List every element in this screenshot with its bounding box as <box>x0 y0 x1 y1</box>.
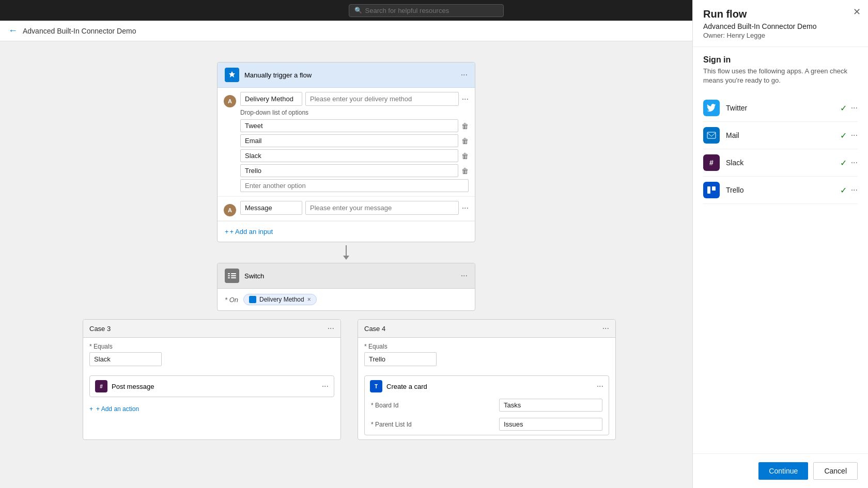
chip-label: Delivery Method <box>259 296 304 303</box>
delivery-method-menu-button[interactable]: ··· <box>462 95 469 104</box>
trello-board-id-label: * Board Id <box>371 402 398 409</box>
option-row-email: 🗑 <box>240 134 469 147</box>
message-value-field[interactable] <box>305 201 459 215</box>
panel-header: Run flow Advanced Built-In Connector Dem… <box>693 0 868 47</box>
slack-app-menu-button[interactable]: ··· <box>851 158 858 167</box>
option-row-slack: 🗑 <box>240 149 469 162</box>
option-new-input[interactable] <box>240 179 469 192</box>
trello-board-id-row: * Board Id <box>365 397 609 416</box>
svg-rect-7 <box>707 186 710 194</box>
trigger-menu-button[interactable]: ··· <box>461 70 468 80</box>
mail-app-row: Mail ✓ ··· <box>703 122 858 149</box>
case-4-equals-input[interactable] <box>364 352 437 366</box>
cancel-button[interactable]: Cancel <box>813 462 858 480</box>
switch-on-label: * On <box>225 296 238 304</box>
option-trello-delete[interactable]: 🗑 <box>461 167 469 175</box>
cases-row: Case 3 ··· * Equals # Post message ··· +… <box>83 319 610 440</box>
panel-subtitle: Advanced Built-In Connector Demo <box>703 22 858 30</box>
add-input-button[interactable]: + + Add an input <box>218 221 475 242</box>
option-row-trello: 🗑 <box>240 164 469 177</box>
trello-app-name: Trello <box>726 186 840 194</box>
chip-close-button[interactable]: × <box>307 296 311 303</box>
trigger-card-header: Manually trigger a flow ··· <box>218 62 475 88</box>
panel-footer: Continue Cancel <box>693 453 868 488</box>
case-3-card: Case 3 ··· * Equals # Post message ··· +… <box>83 319 341 440</box>
search-input[interactable] <box>365 7 498 14</box>
svg-rect-3 <box>231 273 236 274</box>
trigger-card: Manually trigger a flow ··· A ··· Drop-d… <box>217 62 475 242</box>
message-label-field[interactable] <box>240 201 302 215</box>
delivery-method-row: A ··· Drop-down list of options 🗑 <box>218 88 475 197</box>
case-3-header: Case 3 ··· <box>83 320 340 338</box>
sign-in-title: Sign in <box>703 55 858 65</box>
panel-owner: Owner: Henry Legge <box>703 32 858 39</box>
trello-app-menu-button[interactable]: ··· <box>851 185 858 195</box>
case-3-equals-input[interactable] <box>89 352 162 366</box>
slack-action-icon: # <box>95 380 107 392</box>
message-row: A ··· <box>218 197 475 221</box>
switch-body: * On Delivery Method × <box>218 289 475 310</box>
option-tweet-delete[interactable]: 🗑 <box>461 122 469 130</box>
continue-button[interactable]: Continue <box>758 462 808 480</box>
trello-parent-list-row: * Parent List Id <box>365 416 609 435</box>
search-bar[interactable]: 🔍 <box>349 4 504 17</box>
trello-app-row: Trello ✓ ··· <box>703 177 858 204</box>
case-4-action-menu-button[interactable]: ··· <box>597 382 603 391</box>
delivery-method-value-field[interactable] <box>305 92 459 106</box>
mail-check-icon: ✓ <box>840 131 847 140</box>
canvas: Manually trigger a flow ··· A ··· Drop-d… <box>0 41 692 488</box>
switch-icon <box>225 269 239 283</box>
case-4-action-card: T Create a card ··· * Board Id * Parent … <box>364 375 609 435</box>
trigger-title: Manually trigger a flow <box>244 71 312 79</box>
trigger-icon <box>225 68 239 82</box>
case-3-action-header: # Post message ··· <box>90 376 334 397</box>
case-4-body: * Equals <box>358 338 615 371</box>
case-4-action-header: T Create a card ··· <box>365 376 609 397</box>
trello-app-icon <box>703 182 720 198</box>
svg-rect-8 <box>712 186 716 191</box>
switch-card: Switch ··· * On Delivery Method × <box>217 263 475 311</box>
slack-check-icon: ✓ <box>840 158 847 168</box>
case-3-body: * Equals <box>83 338 340 371</box>
case-4-header: Case 4 ··· <box>358 320 615 338</box>
case-3-title: Case 3 <box>89 325 111 333</box>
trello-check-icon: ✓ <box>840 185 847 195</box>
twitter-app-name: Twitter <box>726 104 840 112</box>
trello-board-id-input[interactable] <box>499 399 602 412</box>
trello-parent-list-input[interactable] <box>499 418 602 431</box>
mail-app-menu-button[interactable]: ··· <box>851 131 858 140</box>
switch-menu-button[interactable]: ··· <box>461 271 468 280</box>
case-4-card: Case 4 ··· * Equals T Create a card ··· … <box>358 319 616 440</box>
option-trello-input[interactable] <box>240 164 458 177</box>
case-4-menu-button[interactable]: ··· <box>602 324 609 333</box>
option-row-new <box>240 179 469 192</box>
option-tweet-input[interactable] <box>240 119 458 132</box>
dropdown-label: Drop-down list of options <box>240 109 469 116</box>
dropdown-options-list: 🗑 🗑 🗑 🗑 <box>240 119 469 192</box>
option-email-input[interactable] <box>240 134 458 147</box>
case-3-action-title: Post message <box>112 383 154 390</box>
panel-close-button[interactable]: ✕ <box>853 6 861 18</box>
slack-app-name: Slack <box>726 159 840 167</box>
back-button[interactable]: ← <box>8 25 18 36</box>
option-slack-input[interactable] <box>240 149 458 162</box>
dropdown-section: Drop-down list of options 🗑 🗑 🗑 <box>240 109 469 192</box>
mail-app-icon <box>703 127 720 144</box>
twitter-app-icon <box>703 100 720 116</box>
delivery-method-avatar: A <box>224 95 236 107</box>
switch-title: Switch <box>244 272 264 280</box>
case-3-add-action-plus-icon: + <box>89 405 93 413</box>
svg-rect-0 <box>228 273 230 274</box>
case-3-menu-button[interactable]: ··· <box>328 324 334 333</box>
option-email-delete[interactable]: 🗑 <box>461 137 469 145</box>
case-3-action-menu-button[interactable]: ··· <box>322 382 329 391</box>
delivery-method-label-field[interactable] <box>240 92 302 106</box>
run-flow-panel: ✕ Run flow Advanced Built-In Connector D… <box>692 0 868 488</box>
twitter-app-menu-button[interactable]: ··· <box>851 103 858 113</box>
case-3-action-card: # Post message ··· <box>89 375 334 397</box>
slack-app-row: # Slack ✓ ··· <box>703 149 858 177</box>
message-menu-button[interactable]: ··· <box>462 203 469 213</box>
option-slack-delete[interactable]: 🗑 <box>461 152 469 160</box>
case-3-add-action-button[interactable]: + + Add an action <box>83 401 340 417</box>
mail-app-name: Mail <box>726 131 840 139</box>
